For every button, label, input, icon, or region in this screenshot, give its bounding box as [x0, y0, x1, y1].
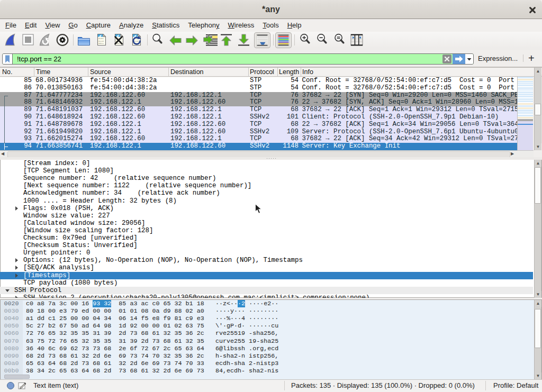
svg-text:0011: 0011	[98, 42, 104, 44]
